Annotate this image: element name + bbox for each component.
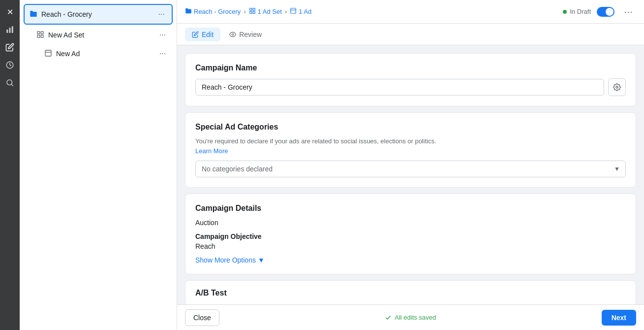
svg-rect-8 [37, 35, 40, 37]
svg-rect-9 [41, 35, 43, 37]
ad-more-icon[interactable]: ··· [157, 48, 168, 59]
top-bar: Reach - Grocery › 1 Ad Set › 1 Ad In Dra… [177, 0, 644, 24]
chart-icon[interactable] [2, 22, 18, 37]
chevron-down-icon: ▼ [258, 256, 265, 264]
top-bar-right: In Draft ⋯ [563, 4, 636, 20]
campaign-settings-button[interactable] [608, 78, 626, 96]
campaign-tree-panel: Reach - Grocery ··· New Ad Set ··· New A… [20, 0, 177, 330]
ab-test-card: A/B Test [185, 280, 636, 304]
review-tab[interactable]: Review [222, 28, 269, 41]
categories-select[interactable]: No categories declared Housing Employmen… [195, 161, 626, 177]
edit-tab[interactable]: Edit [185, 28, 220, 41]
next-button[interactable]: Next [602, 310, 636, 326]
ad-label: New Ad [56, 50, 153, 58]
svg-rect-1 [9, 28, 11, 33]
tree-container: Reach - Grocery ··· New Ad Set ··· New A… [20, 0, 177, 330]
draft-dot [563, 10, 567, 14]
content-area: Campaign Name Special Ad Categories You'… [177, 45, 644, 304]
campaign-more-icon[interactable]: ··· [156, 9, 167, 20]
campaign-name-row [195, 78, 626, 96]
campaign-objective-value: Reach [195, 242, 626, 250]
svg-rect-7 [41, 32, 43, 34]
adset-icon [36, 31, 44, 40]
show-more-label: Show More Options [195, 256, 256, 264]
ab-test-title: A/B Test [195, 289, 626, 297]
breadcrumb-ad-label: 1 Ad [299, 8, 311, 15]
breadcrumb-folder-icon [185, 7, 192, 16]
review-tab-label: Review [239, 31, 262, 38]
svg-rect-13 [253, 8, 255, 10]
breadcrumb: Reach - Grocery › 1 Ad Set › 1 Ad [185, 7, 311, 16]
svg-rect-2 [12, 26, 13, 33]
adset-label: New Ad Set [48, 31, 153, 39]
svg-point-19 [616, 86, 618, 88]
breadcrumb-adset[interactable]: 1 Ad Set [249, 7, 282, 16]
svg-rect-6 [37, 32, 40, 34]
search-icon[interactable] [2, 75, 18, 91]
adset-tree-item[interactable]: New Ad Set ··· [31, 26, 173, 44]
saved-status: All edits saved [385, 314, 436, 321]
campaign-name-input[interactable] [195, 79, 604, 96]
special-ad-categories-card: Special Ad Categories You're required to… [185, 112, 636, 188]
breadcrumb-ad-icon [290, 7, 297, 16]
auction-value: Auction [195, 219, 626, 227]
status-toggle[interactable] [597, 7, 614, 17]
breadcrumb-campaign[interactable]: Reach - Grocery [185, 7, 241, 16]
breadcrumb-adset-label: 1 Ad Set [258, 8, 282, 15]
edit-nav-icon[interactable] [2, 39, 18, 55]
svg-rect-10 [45, 50, 51, 56]
ad-icon [44, 49, 52, 59]
icon-sidebar: ✕ [0, 0, 20, 330]
svg-line-5 [11, 84, 13, 86]
svg-point-18 [232, 33, 234, 35]
svg-point-4 [7, 80, 12, 85]
campaign-details-card: Campaign Details Auction Campaign Object… [185, 194, 636, 274]
svg-rect-12 [249, 8, 251, 10]
edit-review-bar: Edit Review [177, 24, 644, 45]
draft-label: In Draft [570, 8, 591, 15]
campaign-details-title: Campaign Details [195, 204, 626, 213]
breadcrumb-sep-2: › [285, 8, 287, 15]
breadcrumb-sep-1: › [244, 8, 245, 15]
learn-more-link[interactable]: Learn More [195, 147, 228, 155]
more-options-button[interactable]: ⋯ [620, 4, 636, 20]
campaign-name-title: Campaign Name [195, 64, 626, 72]
svg-rect-0 [6, 30, 8, 33]
special-ad-description: You're required to declare if your ads a… [195, 137, 626, 145]
breadcrumb-ad[interactable]: 1 Ad [290, 7, 311, 16]
svg-rect-15 [253, 11, 255, 13]
breadcrumb-campaign-label: Reach - Grocery [194, 8, 241, 15]
campaign-label: Reach - Grocery [41, 10, 153, 18]
categories-select-wrapper: No categories declared Housing Employmen… [195, 161, 626, 177]
draft-badge: In Draft [563, 8, 591, 15]
campaign-objective-label: Campaign Objective [195, 232, 626, 240]
svg-rect-14 [249, 11, 251, 13]
svg-rect-16 [291, 8, 296, 14]
campaign-name-card: Campaign Name [185, 53, 636, 106]
show-more-options-link[interactable]: Show More Options ▼ [195, 256, 626, 264]
edit-tab-label: Edit [202, 31, 214, 38]
saved-label: All edits saved [395, 314, 436, 321]
close-icon[interactable]: ✕ [2, 4, 18, 20]
special-ad-title: Special Ad Categories [195, 123, 626, 132]
campaign-tree-item[interactable]: Reach - Grocery ··· [24, 4, 173, 25]
adset-more-icon[interactable]: ··· [157, 30, 168, 40]
breadcrumb-adset-icon [249, 7, 256, 16]
close-button[interactable]: Close [185, 309, 219, 326]
campaign-folder-icon [30, 10, 37, 19]
ad-tree-item[interactable]: New Ad ··· [39, 44, 173, 63]
history-icon[interactable] [2, 57, 18, 73]
bottom-bar: Close All edits saved Next [177, 304, 644, 330]
main-area: Reach - Grocery › 1 Ad Set › 1 Ad In Dra… [177, 0, 644, 330]
